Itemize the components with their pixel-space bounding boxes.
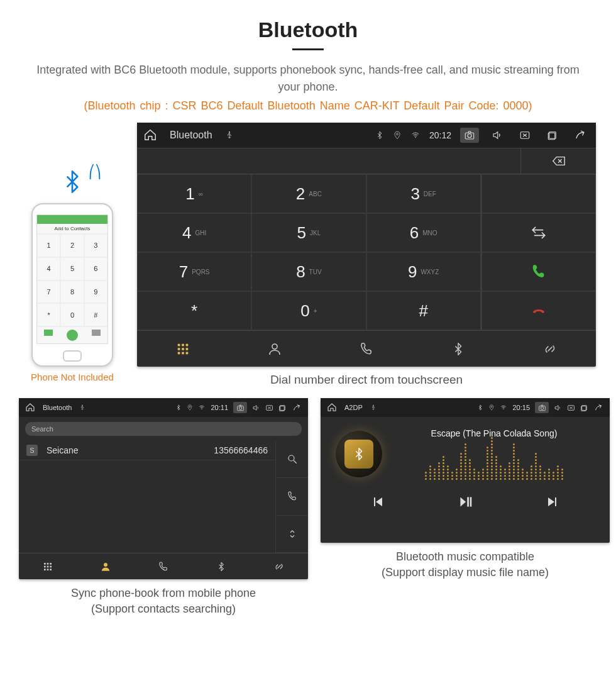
recent-apps-icon[interactable] — [580, 404, 588, 412]
location-icon — [488, 404, 495, 411]
back-icon[interactable] — [571, 128, 590, 143]
app-name: Bluetooth — [43, 404, 72, 411]
phone-key: # — [84, 303, 107, 326]
phone-key: 5 — [60, 257, 84, 280]
phone-key: 9 — [84, 280, 107, 304]
tab-calllog[interactable] — [135, 553, 192, 579]
volume-icon[interactable] — [488, 128, 507, 143]
contact-number: 13566664466 — [214, 445, 268, 455]
side-search-button[interactable] — [276, 441, 308, 478]
tab-dialpad[interactable] — [19, 553, 77, 579]
contact-row[interactable]: S Seicane 13566664466 — [19, 441, 275, 460]
camera-icon[interactable] — [535, 402, 549, 413]
dial-key-1[interactable]: 1∞ — [137, 174, 251, 213]
status-bar: Bluetooth 20:11 — [19, 398, 308, 417]
dial-key-4[interactable]: 4GHI — [137, 213, 251, 252]
phone-key: 1 — [37, 234, 60, 257]
svg-point-25 — [104, 563, 107, 567]
dial-display — [137, 148, 520, 174]
usb-icon — [370, 404, 377, 411]
dial-key-5[interactable]: 5JKL — [251, 213, 366, 252]
side-sort-button[interactable] — [276, 516, 308, 553]
album-bt-icon — [344, 440, 373, 469]
tab-calllog[interactable] — [321, 331, 412, 367]
phone-caption: Phone Not Included — [19, 372, 126, 382]
volume-icon[interactable] — [554, 404, 562, 412]
phone-vm-icon — [92, 330, 101, 336]
search-input[interactable]: Search — [25, 422, 302, 436]
camera-icon[interactable] — [460, 128, 479, 143]
swap-button[interactable] — [481, 213, 596, 252]
volume-icon[interactable] — [252, 404, 260, 412]
clock: 20:12 — [429, 130, 451, 140]
phone-call-icon — [67, 330, 78, 341]
location-icon — [393, 131, 402, 140]
tab-dialpad[interactable] — [137, 331, 229, 367]
bluetooth-icon — [175, 404, 182, 411]
contact-badge: S — [26, 445, 38, 456]
dial-key-9[interactable]: 9WXYZ — [366, 252, 481, 291]
home-icon[interactable] — [25, 403, 35, 413]
bluetooth-icon — [375, 131, 384, 140]
backspace-button[interactable] — [520, 148, 596, 174]
dial-key-6[interactable]: 6MNO — [366, 213, 481, 252]
phone-key: 6 — [84, 257, 107, 280]
recent-apps-icon[interactable] — [543, 128, 562, 143]
tab-contacts[interactable] — [77, 553, 135, 579]
prev-track-button[interactable] — [371, 494, 386, 509]
empty-cell — [481, 174, 596, 213]
page-title: Bluetooth — [0, 18, 616, 42]
clock: 20:11 — [211, 404, 228, 411]
tab-pair[interactable] — [504, 331, 596, 367]
home-icon[interactable] — [327, 403, 337, 413]
next-track-button[interactable] — [544, 494, 559, 509]
dial-key-7[interactable]: 7PQRS — [137, 252, 251, 291]
side-call-button[interactable] — [276, 478, 308, 515]
call-button[interactable] — [481, 252, 596, 291]
play-pause-button[interactable] — [456, 494, 474, 510]
close-app-icon[interactable] — [515, 128, 534, 143]
dial-key-8[interactable]: 8TUV — [251, 252, 366, 291]
dial-key-2[interactable]: 2ABC — [251, 174, 366, 213]
tab-bluetooth[interactable] — [412, 331, 504, 367]
dial-key-*[interactable]: * — [137, 291, 251, 330]
back-icon[interactable] — [593, 404, 603, 412]
tab-contacts[interactable] — [229, 331, 321, 367]
close-app-icon[interactable] — [567, 404, 575, 412]
tab-bluetooth[interactable] — [192, 553, 250, 579]
album-art — [336, 431, 382, 477]
wifi-icon — [198, 404, 206, 411]
home-icon[interactable] — [143, 128, 157, 142]
status-bar: A2DP 20:15 — [321, 398, 610, 417]
phone-mockup-column: ⎛⎞ Add to Contacts 123456789*0# Phone No… — [19, 167, 126, 382]
close-app-icon[interactable] — [265, 404, 273, 412]
phonebook-unit: Bluetooth 20:11 Search — [19, 398, 308, 579]
phone-key: 0 — [60, 303, 84, 326]
dial-key-#[interactable]: # — [366, 291, 481, 330]
dial-key-3[interactable]: 3DEF — [366, 174, 481, 213]
usb-icon — [225, 130, 234, 140]
phone-key: 7 — [37, 280, 60, 304]
camera-icon[interactable] — [233, 402, 247, 413]
back-icon[interactable] — [292, 404, 302, 412]
signal-waves-icon: ⎛⎞ — [89, 164, 101, 179]
wifi-icon — [410, 131, 421, 140]
recent-apps-icon[interactable] — [278, 404, 287, 412]
phone-mockup: Add to Contacts 123456789*0# — [31, 203, 113, 367]
bluetooth-icon — [477, 404, 483, 411]
description-text: Integrated with BC6 Bluetooth module, su… — [0, 62, 616, 96]
app-name: A2DP — [344, 404, 363, 411]
phone-key: 8 — [60, 280, 84, 304]
bluetooth-logo-icon: ⎛⎞ — [60, 167, 85, 197]
dialer-unit: Bluetooth 20:12 — [137, 123, 596, 367]
hangup-button[interactable] — [481, 291, 596, 330]
location-icon — [187, 404, 193, 411]
tab-pair[interactable] — [250, 553, 308, 579]
phone-key: * — [37, 303, 60, 326]
music-caption: Bluetooth music compatible (Support disp… — [321, 549, 610, 580]
phone-key: 3 — [84, 234, 107, 257]
app-name: Bluetooth — [170, 130, 212, 141]
wifi-icon — [500, 404, 507, 411]
dial-key-0[interactable]: 0+ — [251, 291, 366, 330]
equalizer — [393, 445, 595, 480]
